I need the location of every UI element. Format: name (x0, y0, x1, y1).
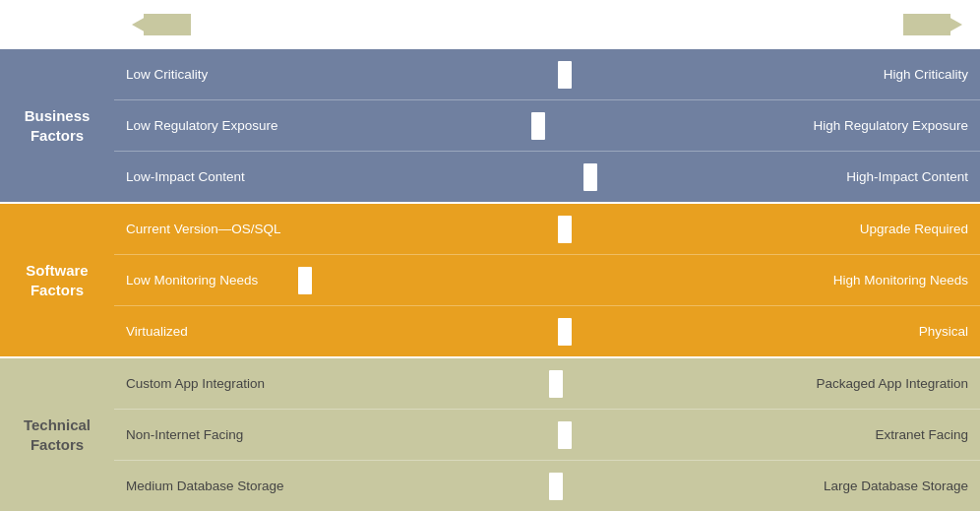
section-group-technical: Technical FactorsCustom App IntegrationP… (0, 358, 980, 511)
marker-business-2 (583, 163, 597, 191)
marker-business-1 (531, 112, 545, 140)
factor-row-business-1: Low Regulatory ExposureHigh Regulatory E… (114, 100, 980, 152)
row-right-label-software-1: High Monitoring Needs (833, 273, 968, 287)
rows-container-software: Current Version—OS/SQLUpgrade RequiredLo… (114, 204, 980, 356)
row-left-label-software-2: Virtualized (126, 324, 188, 339)
marker-software-2 (558, 318, 572, 346)
row-left-label-technical-2: Medium Database Storage (126, 479, 284, 493)
row-left-label-technical-1: Non-Internet Facing (126, 427, 243, 442)
row-left-label-software-0: Current Version—OS/SQL (126, 222, 281, 236)
factor-row-business-2: Low-Impact ContentHigh-Impact Content (114, 152, 980, 202)
row-right-label-technical-1: Extranet Facing (875, 427, 968, 442)
marker-software-1 (298, 267, 312, 294)
header-row (0, 0, 980, 49)
sections-wrapper: Business FactorsLow CriticalityHigh Crit… (0, 49, 980, 511)
row-left-label-software-1: Low Monitoring Needs (126, 273, 258, 287)
section-label-software: Software Factors (0, 204, 114, 356)
row-left-label-business-0: Low Criticality (126, 67, 208, 82)
marker-technical-0 (549, 370, 563, 398)
section-label-technical: Technical Factors (0, 358, 114, 511)
row-right-label-software-0: Upgrade Required (860, 222, 968, 236)
marker-technical-1 (558, 421, 572, 449)
section-label-business: Business Factors (0, 49, 114, 202)
header-content (114, 14, 980, 35)
row-right-label-business-1: High Regulatory Exposure (813, 118, 968, 133)
marker-business-0 (558, 61, 572, 89)
factor-row-software-2: VirtualizedPhysical (114, 306, 980, 356)
row-left-label-technical-0: Custom App Integration (126, 376, 265, 391)
row-right-label-business-0: High Criticality (884, 67, 968, 82)
row-left-label-business-2: Low-Impact Content (126, 169, 245, 184)
marker-technical-2 (549, 473, 563, 500)
factor-row-business-0: Low CriticalityHigh Criticality (114, 49, 980, 100)
chart-container: Business FactorsLow CriticalityHigh Crit… (0, 0, 980, 511)
section-group-software: Software FactorsCurrent Version—OS/SQLUp… (0, 204, 980, 356)
factor-row-software-1: Low Monitoring NeedsHigh Monitoring Need… (114, 255, 980, 306)
factor-row-software-0: Current Version—OS/SQLUpgrade Required (114, 204, 980, 255)
row-right-label-technical-0: Packaged App Integration (816, 376, 968, 391)
row-right-label-software-2: Physical (919, 324, 968, 339)
header-right (903, 14, 970, 35)
row-left-label-business-1: Low Regulatory Exposure (126, 118, 278, 133)
rows-container-business: Low CriticalityHigh CriticalityLow Regul… (114, 49, 980, 202)
arrow-left-icon (132, 14, 191, 35)
row-right-label-technical-2: Large Database Storage (824, 479, 968, 493)
marker-software-0 (558, 216, 572, 243)
header-left (124, 14, 191, 35)
row-right-label-business-2: High-Impact Content (846, 169, 968, 184)
rows-container-technical: Custom App IntegrationPackaged App Integ… (114, 358, 980, 511)
factor-row-technical-2: Medium Database StorageLarge Database St… (114, 461, 980, 511)
factor-row-technical-1: Non-Internet FacingExtranet Facing (114, 410, 980, 461)
factor-row-technical-0: Custom App IntegrationPackaged App Integ… (114, 358, 980, 410)
arrow-right-icon (903, 14, 962, 35)
section-group-business: Business FactorsLow CriticalityHigh Crit… (0, 49, 980, 202)
